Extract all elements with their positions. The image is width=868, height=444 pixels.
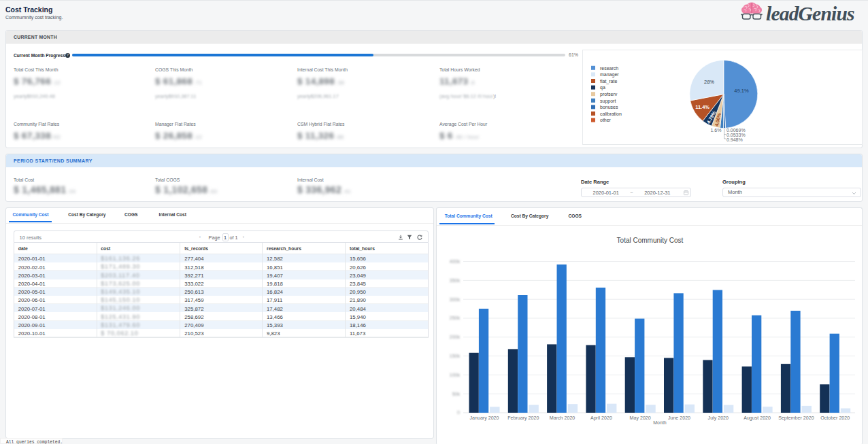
svg-text:July 2020: July 2020 (708, 415, 729, 421)
svg-text:February 2020: February 2020 (507, 415, 539, 421)
svg-text:28%: 28% (704, 79, 714, 85)
svg-text:support: support (600, 99, 616, 104)
svg-text:49.1%: 49.1% (734, 88, 749, 94)
svg-text:research: research (600, 66, 618, 71)
svg-text:calibration: calibration (600, 112, 622, 116)
svg-text:October 2020: October 2020 (820, 415, 850, 421)
svg-text:May 2020: May 2020 (630, 415, 651, 421)
svg-text:profserv: profserv (600, 92, 618, 97)
svg-text:other: other (600, 118, 612, 122)
svg-text:August 2020: August 2020 (744, 415, 771, 421)
svg-text:April 2020: April 2020 (590, 415, 612, 421)
svg-text:January 2020: January 2020 (470, 415, 499, 421)
svg-text:March 2020: March 2020 (550, 415, 575, 421)
svg-text:qa: qa (600, 85, 605, 90)
svg-text:flat_rate: flat_rate (600, 79, 617, 84)
svg-text:0.948%: 0.948% (727, 137, 743, 142)
svg-text:bonuses: bonuses (600, 105, 618, 109)
svg-text:manager: manager (600, 72, 619, 78)
svg-text:1.6%: 1.6% (711, 128, 722, 133)
svg-text:Month: Month (653, 420, 667, 425)
svg-text:June 2020: June 2020 (668, 415, 690, 421)
svg-text:leadGenius: leadGenius (766, 3, 854, 24)
svg-text:11.4%: 11.4% (695, 104, 710, 110)
svg-text:September 2020: September 2020 (778, 415, 814, 421)
